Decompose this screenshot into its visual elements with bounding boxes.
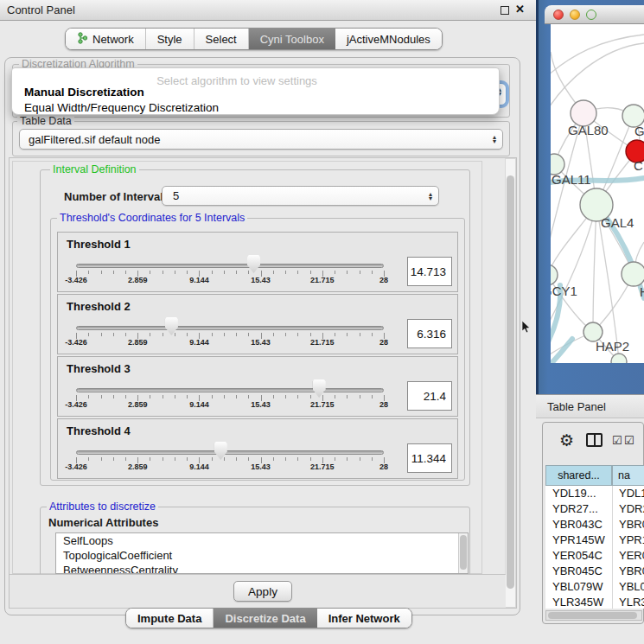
slider-tick — [285, 333, 286, 336]
network-node[interactable] — [611, 354, 627, 363]
attribute-list-item[interactable]: SelfLoops — [56, 533, 468, 548]
threshold-value-input[interactable] — [407, 443, 452, 473]
table-row[interactable]: YBR045CYBR0 — [545, 564, 644, 579]
settings-scrollbar[interactable] — [505, 158, 516, 608]
slider-tick — [273, 395, 274, 399]
slider-tick-label: 21.715 — [310, 276, 335, 284]
attribute-list-item[interactable]: TopologicalCoefficient — [56, 548, 468, 563]
cell-shared-name[interactable]: YLR345W — [552, 596, 603, 609]
table-row[interactable]: YBR043CYBR0 — [545, 517, 644, 532]
close-icon[interactable]: ✕ — [515, 3, 525, 16]
table-row[interactable]: YLR345WYLR3 — [545, 595, 644, 609]
cell-name[interactable]: YPR1 — [619, 533, 644, 546]
slider-tick-label: 9.144 — [189, 462, 209, 471]
network-node-GCY1[interactable] — [551, 265, 558, 285]
settings-scrollbar-thumb[interactable] — [507, 175, 514, 589]
tab-discretize-data[interactable]: Discretize Data — [214, 609, 316, 628]
tab-network[interactable]: Network — [66, 29, 146, 49]
tab-impute-data[interactable]: Impute Data — [126, 609, 214, 628]
column-header-shared[interactable]: shared... — [545, 465, 612, 486]
slider-tick — [175, 271, 175, 274]
network-edge[interactable] — [551, 113, 583, 294]
slider-tick — [335, 395, 335, 399]
table-row[interactable]: YDL19...YDL1 — [545, 486, 644, 501]
table-row[interactable]: YDR27...YDR2 — [545, 501, 644, 517]
table-horizontal-scrollbar-thumb[interactable] — [548, 612, 637, 619]
close-traffic-light-icon[interactable] — [553, 10, 564, 20]
tab-cyni-toolbox[interactable]: Cyni Toolbox — [249, 29, 335, 49]
slider-thumb[interactable] — [313, 379, 326, 398]
cell-shared-name[interactable]: YPR145W — [552, 533, 605, 546]
maximize-traffic-light-icon[interactable] — [586, 10, 596, 20]
threshold-value-input[interactable] — [407, 381, 452, 411]
table-data-combobox[interactable]: galFiltered.sif default node ▴▾ — [19, 129, 503, 150]
cell-shared-name[interactable]: YER054C — [552, 549, 603, 562]
apply-button[interactable]: Apply — [233, 581, 292, 602]
network-node-label: GCY1 — [551, 284, 577, 298]
slider-thumb[interactable] — [214, 442, 227, 460]
slider-tick — [88, 457, 89, 461]
cell-name[interactable]: YER0 — [619, 549, 644, 562]
cell-name[interactable]: YBR0 — [619, 518, 644, 531]
checkbox-checked-icon[interactable]: ☑ — [624, 434, 634, 447]
algorithm-option-manual[interactable]: Manual Discretization — [24, 86, 144, 99]
slider-track[interactable] — [76, 264, 384, 268]
cell-shared-name[interactable]: YBL079W — [552, 580, 603, 593]
slider-tick — [113, 271, 114, 274]
slider-tick — [187, 333, 188, 336]
slider-tick — [347, 395, 348, 399]
network-edge[interactable] — [593, 205, 596, 332]
threshold-value-input[interactable] — [407, 319, 452, 348]
table-row[interactable]: YPR145WYPR1 — [545, 532, 644, 548]
cell-name[interactable]: YDL1 — [619, 487, 644, 500]
cell-name[interactable]: YBL0 — [619, 580, 644, 593]
slider-tick — [335, 333, 335, 336]
threshold-row-3: Threshold 3-3.4262.8599.14415.4321.71528 — [57, 356, 458, 417]
table-panel-titlebar: Table Panel — [536, 394, 644, 418]
cell-name[interactable]: YLR3 — [619, 596, 644, 609]
tab-infer-network[interactable]: Infer Network — [317, 609, 411, 628]
network-node-H[interactable] — [622, 262, 644, 286]
table-row[interactable]: YBL079WYBL0 — [545, 579, 644, 595]
spinner-icon: ▴▾ — [493, 135, 496, 143]
slider-track[interactable] — [76, 326, 384, 330]
gear-icon[interactable]: ⚙ — [559, 430, 574, 450]
split-view-icon[interactable] — [586, 433, 603, 447]
network-node-label: GAL11 — [552, 172, 591, 187]
cell-name[interactable]: YBR0 — [619, 564, 644, 577]
tab-select[interactable]: Select — [194, 29, 249, 49]
tab-style[interactable]: Style — [146, 29, 194, 49]
slider-tick — [335, 457, 335, 461]
slider-track[interactable] — [76, 450, 384, 455]
slider-tick — [372, 457, 373, 461]
number-of-intervals-label: Number of Intervals — [64, 190, 169, 203]
slider-tick — [248, 271, 249, 274]
algorithm-option-equal-width[interactable]: Equal Width/Frequency Discretization — [24, 101, 219, 114]
minimize-traffic-light-icon[interactable] — [570, 10, 580, 20]
checkbox-checked-icon[interactable]: ☑ — [612, 434, 622, 447]
slider-tick — [101, 333, 102, 336]
attributes-list-scrollbar[interactable] — [458, 533, 468, 573]
number-of-intervals-combobox[interactable]: 5 ▴▾ — [162, 186, 439, 206]
spinner-icon: ▴▾ — [429, 192, 432, 201]
cell-shared-name[interactable]: YBR043C — [552, 518, 603, 531]
cell-shared-name[interactable]: YDR27... — [552, 502, 598, 515]
cell-name[interactable]: YDR2 — [619, 502, 644, 515]
column-header-name[interactable]: na — [612, 465, 644, 486]
threshold-value-input[interactable] — [407, 257, 452, 286]
tab-jactivemnodules[interactable]: jActiveMNodules — [335, 29, 442, 49]
table-row[interactable]: YER054CYER0 — [545, 548, 644, 564]
network-edge-highlighted[interactable] — [551, 339, 572, 363]
slider-thumb[interactable] — [165, 317, 178, 335]
attribute-list-item[interactable]: BetweennessCentrality — [56, 563, 468, 574]
attributes-list-scrollbar-thumb[interactable] — [460, 535, 467, 570]
cell-shared-name[interactable]: YBR045C — [552, 564, 603, 577]
slider-tick-label: 9.144 — [189, 338, 209, 347]
slider-track[interactable] — [76, 388, 384, 392]
network-window-titlebar[interactable] — [545, 5, 644, 24]
table-horizontal-scrollbar[interactable] — [545, 610, 642, 621]
cell-shared-name[interactable]: YDL19... — [552, 487, 596, 500]
network-canvas[interactable]: GAL80GACGAL11GAL4GCY1HHAP2 — [551, 24, 644, 363]
float-window-icon[interactable] — [501, 6, 509, 15]
slider-tick — [273, 333, 274, 336]
